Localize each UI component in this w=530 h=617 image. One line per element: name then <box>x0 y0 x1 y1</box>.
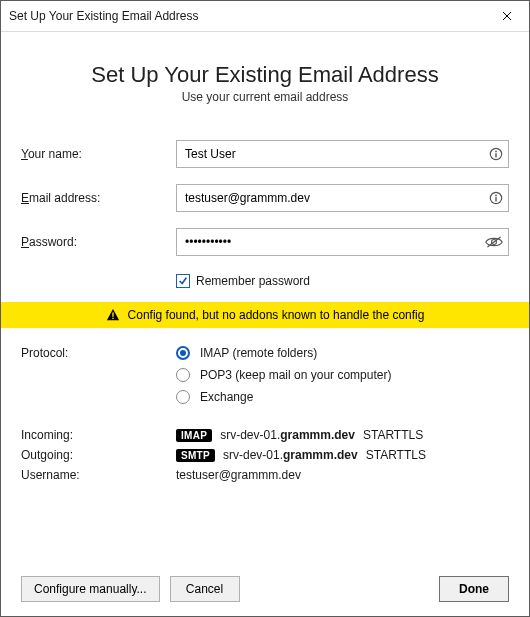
username-value: testuser@grammm.dev <box>176 468 509 482</box>
svg-rect-8 <box>112 312 113 316</box>
window-title: Set Up Your Existing Email Address <box>9 9 484 23</box>
svg-rect-9 <box>112 318 113 319</box>
incoming-line: IMAP srv-dev-01.grammm.dev STARTTLS <box>176 428 509 442</box>
outgoing-line: SMTP srv-dev-01.grammm.dev STARTTLS <box>176 448 509 462</box>
footer-spacer <box>250 576 430 602</box>
done-button[interactable]: Done <box>439 576 509 602</box>
protocol-option-pop3[interactable]: POP3 (keep mail on your computer) <box>176 368 509 382</box>
config-notice-text: Config found, but no addons known to han… <box>128 308 425 322</box>
protocol-option-exchange[interactable]: Exchange <box>176 390 509 404</box>
page-subtitle: Use your current email address <box>21 90 509 104</box>
close-button[interactable] <box>484 1 529 31</box>
name-label: Your name: <box>21 147 176 161</box>
dialog-footer: Configure manually... Cancel Done <box>21 546 509 602</box>
radio-icon <box>176 346 190 360</box>
outgoing-host: srv-dev-01.grammm.dev <box>223 448 358 462</box>
protocol-option-label: IMAP (remote folders) <box>200 346 317 360</box>
close-icon <box>502 9 512 24</box>
page-title: Set Up Your Existing Email Address <box>21 62 509 88</box>
imap-chip: IMAP <box>176 429 212 442</box>
svg-point-1 <box>495 151 497 153</box>
radio-icon <box>176 368 190 382</box>
info-icon[interactable] <box>489 147 503 161</box>
configure-manually-button[interactable]: Configure manually... <box>21 576 160 602</box>
incoming-label: Incoming: <box>21 428 176 442</box>
protocol-option-label: POP3 (keep mail on your computer) <box>200 368 391 382</box>
radio-icon <box>176 390 190 404</box>
server-info: Incoming: IMAP srv-dev-01.grammm.dev STA… <box>21 428 509 482</box>
show-password-icon[interactable] <box>485 235 503 249</box>
protocol-option-label: Exchange <box>200 390 253 404</box>
password-label: Password: <box>21 235 176 249</box>
dialog-window: Set Up Your Existing Email Address Set U… <box>0 0 530 617</box>
cancel-button[interactable]: Cancel <box>170 576 240 602</box>
name-input[interactable] <box>176 140 509 168</box>
outgoing-label: Outgoing: <box>21 448 176 462</box>
dialog-body: Set Up Your Existing Email Address Use y… <box>1 32 529 616</box>
protocol-label: Protocol: <box>21 346 176 360</box>
username-label: Username: <box>21 468 176 482</box>
warning-icon <box>106 308 120 322</box>
smtp-chip: SMTP <box>176 449 215 462</box>
password-input-wrap <box>176 228 509 256</box>
remember-password-label: Remember password <box>196 274 310 288</box>
svg-rect-5 <box>495 197 496 201</box>
protocol-options: IMAP (remote folders) POP3 (keep mail on… <box>176 346 509 404</box>
email-input[interactable] <box>176 184 509 212</box>
outgoing-security: STARTTLS <box>366 448 426 462</box>
password-input[interactable] <box>176 228 509 256</box>
name-input-wrap <box>176 140 509 168</box>
email-input-wrap <box>176 184 509 212</box>
remember-password-checkbox[interactable] <box>176 274 190 288</box>
remember-password-row[interactable]: Remember password <box>176 274 509 288</box>
info-icon[interactable] <box>489 191 503 205</box>
config-notice: Config found, but no addons known to han… <box>1 302 529 328</box>
titlebar: Set Up Your Existing Email Address <box>1 1 529 32</box>
incoming-security: STARTTLS <box>363 428 423 442</box>
email-label: Email address: <box>21 191 176 205</box>
incoming-host: srv-dev-01.grammm.dev <box>220 428 355 442</box>
protocol-option-imap[interactable]: IMAP (remote folders) <box>176 346 509 360</box>
svg-point-4 <box>495 195 497 197</box>
svg-rect-2 <box>495 153 496 157</box>
protocol-section: Protocol: IMAP (remote folders) POP3 (ke… <box>21 346 509 404</box>
account-form: Your name: Email address: Password: <box>21 140 509 256</box>
